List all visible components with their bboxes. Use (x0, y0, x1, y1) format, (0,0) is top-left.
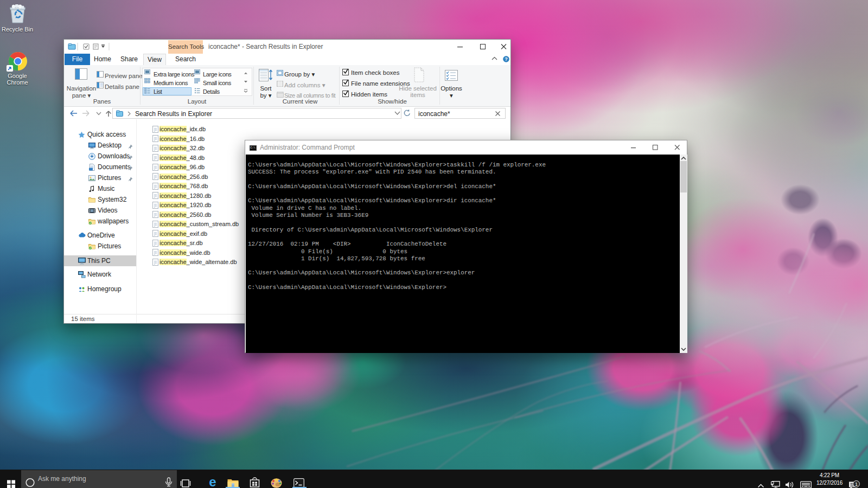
svg-text:e: e (209, 474, 216, 488)
svg-text:?: ? (505, 56, 508, 62)
